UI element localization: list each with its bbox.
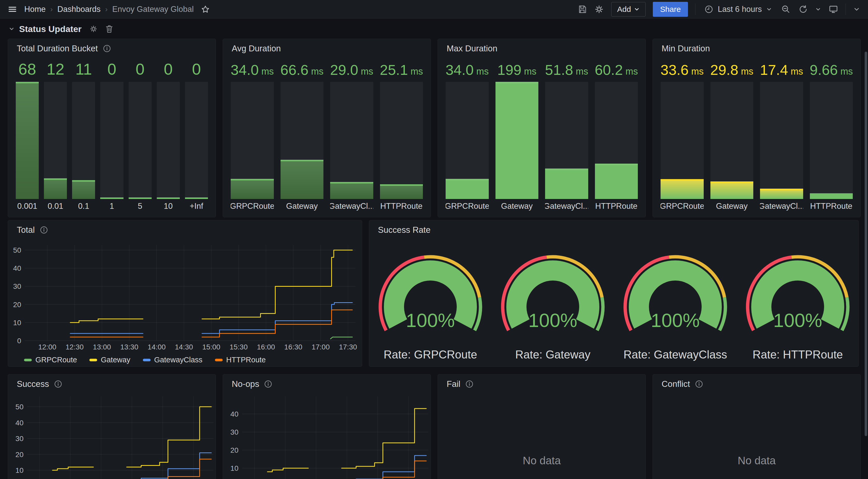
bar-cap [231,179,274,180]
bar-category-label: Gateway [281,199,324,211]
bar-gauge-column: 34.0msGRPCRoute [231,61,274,211]
info-icon[interactable] [103,45,111,53]
bar-fill [545,169,588,199]
svg-text:13:00: 13:00 [93,343,111,351]
bar-category-label: GRPCRoute [445,199,489,211]
bar-value: 34.0ms [445,61,489,78]
bar-value: 12 [44,61,67,78]
bar-gauge-column: 0+Inf [185,61,208,211]
svg-text:20: 20 [13,301,21,309]
svg-text:16:30: 16:30 [284,343,302,351]
breadcrumb-home[interactable]: Home [24,5,46,14]
bar-cap [660,179,704,181]
bar-cap [595,164,638,165]
time-series-chart: 0102030405012:0012:3013:0013:3014:0014:3… [8,220,363,367]
bar-category-label: GRPCRoute [231,199,274,211]
legend-item[interactable]: GRPCRoute [24,356,77,364]
monitor-icon [829,4,838,14]
bar-gauge-column: 120.01 [44,61,67,211]
share-button[interactable]: Share [653,2,688,17]
time-range-picker[interactable]: Last 6 hours [703,4,774,14]
legend-item[interactable]: Gateway [89,356,130,364]
panel-title: Total [17,225,35,235]
bar-value: 17.4ms [760,61,803,78]
bar-track [16,82,39,199]
bar-value: 29.0ms [330,61,373,78]
bar-cap [545,169,588,170]
legend-series-label: Gateway [101,356,130,364]
panel-conflict: Conflict No data [653,374,861,479]
bar-fill [380,184,423,199]
bar-cap [44,178,67,180]
bar-fill [330,182,373,199]
info-icon[interactable] [466,380,473,388]
bar-cap [100,198,123,199]
dashboard-settings-button[interactable] [594,4,604,14]
panel-title: Total Duration Bucket [17,44,98,54]
row-settings-button[interactable] [89,25,98,33]
row-title[interactable]: Status Updater [19,24,82,34]
row-delete-button[interactable] [105,25,113,33]
zoom-out-time-button[interactable] [781,4,791,14]
panel-no-ops: No-ops 1020304012:0013:0014:0015:0016:00… [223,374,431,479]
save-dashboard-button[interactable] [578,5,587,14]
collapse-nav-button[interactable] [853,6,860,13]
bar-category-label: Gateway [495,199,538,211]
info-icon[interactable] [40,226,48,234]
svg-text:14:30: 14:30 [175,343,193,351]
scrollbar[interactable] [865,52,867,436]
bar-value-unit: ms [791,66,803,78]
legend-item[interactable]: GatewayClass [143,356,203,364]
bar-gauge-column: 01 [100,61,123,211]
favorite-star-button[interactable] [201,5,210,14]
bar-track [445,82,489,199]
tv-mode-button[interactable] [829,4,838,14]
time-series-chart: 102030405012:0013:0014:0015:0016:0017:00 [8,374,216,479]
info-icon[interactable] [695,380,703,388]
chart-legend: GRPCRouteGatewayGatewayClassHTTPRoute [24,356,266,364]
bar-track [231,82,274,199]
info-icon[interactable] [54,380,62,388]
bar-fill [660,179,704,199]
gauge-label: Rate: HTTPRoute [752,348,843,361]
panel-title: No-ops [232,379,259,389]
panel-success: Success 102030405012:0013:0014:0015:0016… [8,374,216,479]
panel-title: Min Duration [661,44,710,54]
row-collapse-toggle[interactable] [9,26,14,32]
svg-text:17:30: 17:30 [339,343,357,351]
bar-cap [760,189,803,190]
bar-gauge-chart: 680.001120.01110.101050100+Inf [16,61,208,211]
bar-value: 25.1ms [380,61,423,78]
bar-cap [185,198,208,199]
zoom-out-icon [781,4,791,14]
refresh-interval-dropdown[interactable] [815,6,821,12]
panel-success-rate: Success Rate 100%Rate: GRPCRoute100%Rate… [369,220,859,367]
legend-series-label: HTTPRoute [226,356,266,364]
bar-value-unit: ms [625,66,638,78]
bar-value-unit: ms [311,66,323,78]
refresh-icon [798,4,808,14]
svg-text:30: 30 [13,282,21,290]
bar-cap [495,82,538,83]
breadcrumb-dashboards[interactable]: Dashboards [57,5,100,14]
nav-divider [695,4,695,15]
hamburger-menu-button[interactable] [8,5,17,14]
bar-category-label: GatewayCl... [545,199,588,211]
refresh-button[interactable] [798,4,808,14]
bar-value: 68 [16,61,39,78]
add-button[interactable]: Add [611,2,646,16]
legend-item[interactable]: HTTPRoute [215,356,266,364]
bar-category-label: +Inf [185,199,208,211]
bar-gauge-column: 29.0msGatewayCl... [330,61,373,211]
svg-text:12:30: 12:30 [66,343,84,351]
svg-text:40: 40 [230,410,239,418]
bar-gauge-chart: 33.6msGRPCRoute29.8msGateway17.4msGatewa… [660,61,853,211]
bar-value-unit: ms [691,66,704,78]
bar-track [810,82,853,199]
info-icon[interactable] [264,380,272,388]
bar-cap [281,160,324,161]
bar-gauge-column: 66.6msGateway [281,61,324,211]
bar-fill [595,164,638,199]
panel-title: Avg Duration [232,44,281,54]
bar-gauge-column: 29.8msGateway [710,61,753,211]
